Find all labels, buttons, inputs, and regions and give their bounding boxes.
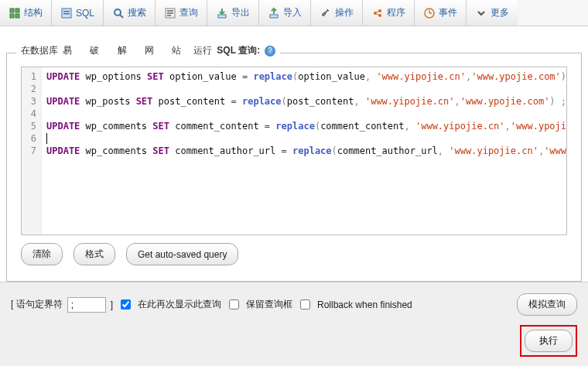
- routines-icon: [371, 7, 384, 19]
- tab-routines[interactable]: 程序: [363, 0, 415, 26]
- rollback-checkbox[interactable]: [300, 299, 310, 310]
- sql-icon: [60, 7, 73, 19]
- svg-rect-1: [15, 9, 19, 12]
- svg-line-19: [377, 14, 379, 15]
- tab-more[interactable]: 更多: [467, 0, 518, 26]
- events-icon: [423, 7, 436, 19]
- svg-rect-3: [15, 14, 19, 18]
- tab-search[interactable]: 搜索: [104, 0, 156, 26]
- execute-button[interactable]: 执行: [525, 330, 573, 352]
- delimiter-label-close: ]: [111, 299, 113, 310]
- tab-label: SQL: [76, 8, 94, 19]
- tab-struct[interactable]: 结构: [0, 0, 52, 26]
- svg-point-7: [115, 9, 121, 15]
- import-icon: [268, 7, 280, 19]
- tab-wrench[interactable]: 操作: [311, 0, 363, 26]
- tab-events[interactable]: 事件: [415, 0, 467, 26]
- top-toolbar: 结构SQL搜索查询导出导入操作程序事件更多: [0, 0, 588, 26]
- svg-rect-0: [10, 9, 14, 12]
- clear-button[interactable]: 清除: [21, 243, 63, 265]
- tab-label: 结构: [24, 6, 43, 19]
- delimiter-input[interactable]: [67, 297, 106, 313]
- bottom-bar: [ 语句定界符 ] 在此再次显示此查询 保留查询框 Rollback when …: [0, 282, 588, 366]
- tab-label: 搜索: [128, 6, 146, 19]
- keepbox-label[interactable]: 保留查询框: [246, 298, 292, 311]
- retain-checkbox[interactable]: [121, 299, 131, 310]
- more-icon: [475, 7, 487, 19]
- tab-label: 更多: [491, 6, 509, 19]
- format-button[interactable]: 格式: [74, 243, 115, 265]
- panel-sql: SQL 查询:: [217, 44, 260, 57]
- svg-rect-12: [167, 15, 171, 16]
- help-icon[interactable]: ?: [265, 46, 275, 56]
- svg-rect-14: [270, 15, 278, 18]
- svg-line-18: [377, 11, 379, 12]
- bottom-row-execute: 执行: [11, 325, 577, 357]
- svg-rect-5: [63, 11, 70, 12]
- keepbox-checkbox[interactable]: [229, 299, 239, 310]
- svg-rect-6: [63, 13, 70, 15]
- svg-point-16: [378, 9, 381, 12]
- tab-export[interactable]: 导出: [207, 0, 259, 26]
- editor-button-row: 清除 格式 Get auto-saved query: [21, 243, 567, 265]
- tab-label: 查询: [179, 6, 198, 19]
- export-icon: [216, 7, 228, 19]
- svg-point-17: [378, 14, 381, 17]
- svg-rect-2: [10, 14, 14, 18]
- tab-query[interactable]: 查询: [156, 0, 207, 26]
- get-autosaved-button[interactable]: Get auto-saved query: [126, 243, 238, 265]
- tab-import[interactable]: 导入: [259, 0, 311, 26]
- search-icon: [112, 7, 125, 19]
- code-area[interactable]: UPDATE wp_options SET option_value = rep…: [42, 67, 566, 234]
- retain-label[interactable]: 在此再次显示此查询: [138, 298, 221, 311]
- svg-line-8: [120, 15, 123, 18]
- panel-run: 运行: [193, 44, 212, 57]
- svg-rect-13: [218, 15, 226, 18]
- struct-icon: [9, 7, 21, 19]
- tab-sql[interactable]: SQL: [52, 0, 104, 26]
- wrench-icon: [320, 7, 332, 19]
- sql-editor[interactable]: 1 2 3 4 5 6 7 UPDATE wp_options SET opti…: [21, 67, 567, 235]
- bottom-row-options: [ 语句定界符 ] 在此再次显示此查询 保留查询框 Rollback when …: [11, 293, 577, 316]
- svg-rect-10: [167, 10, 173, 12]
- tab-label: 事件: [439, 6, 457, 19]
- execute-highlight: 执行: [520, 325, 577, 357]
- delimiter-label-open: [ 语句定界符: [11, 298, 63, 311]
- tab-label: 导入: [283, 6, 302, 19]
- line-gutter: 1 2 3 4 5 6 7: [22, 67, 42, 234]
- simulate-button[interactable]: 模拟查询: [517, 293, 577, 316]
- tab-label: 导出: [231, 6, 250, 19]
- panel-prefix: 在数据库: [21, 44, 58, 57]
- rollback-label[interactable]: Rollback when finished: [317, 299, 412, 310]
- tab-label: 操作: [335, 6, 354, 19]
- database-name: 易 破 解 网 站: [63, 44, 189, 57]
- sql-panel: 在数据库 易 破 解 网 站 运行 SQL 查询: ? 1 2 3 4 5 6 …: [6, 53, 582, 282]
- query-icon: [164, 7, 176, 19]
- svg-rect-11: [167, 12, 173, 14]
- tab-label: 程序: [387, 6, 405, 19]
- panel-header: 在数据库 易 破 解 网 站 运行 SQL 查询: ?: [16, 44, 280, 57]
